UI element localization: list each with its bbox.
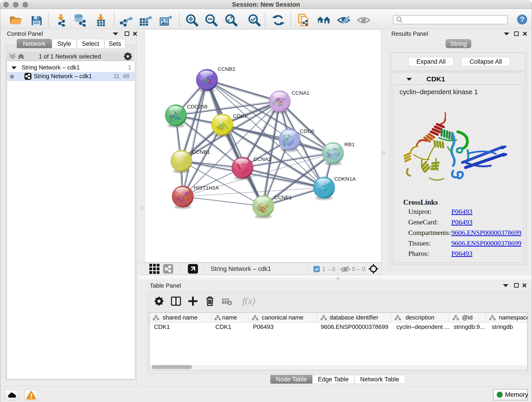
svg-text:CCNB2: CCNB2 [217,66,235,72]
svg-text:CDC25B: CDC25B [187,104,208,109]
svg-text:HIST1H1A: HIST1H1A [194,185,219,191]
svg-text:CCNB1: CCNB1 [192,149,210,155]
svg-text:RB1: RB1 [344,141,355,147]
svg-text:CDKN1A: CDKN1A [334,176,356,182]
svg-text:CCNE1: CCNE1 [274,194,292,200]
svg-text:?: ? [520,15,525,23]
svg-text:CCNA2: CCNA2 [253,156,271,162]
svg-text:CDK1: CDK1 [233,113,247,119]
svg-text:CCNA1: CCNA1 [292,90,310,96]
svg-text:CDC6: CDC6 [300,128,314,134]
